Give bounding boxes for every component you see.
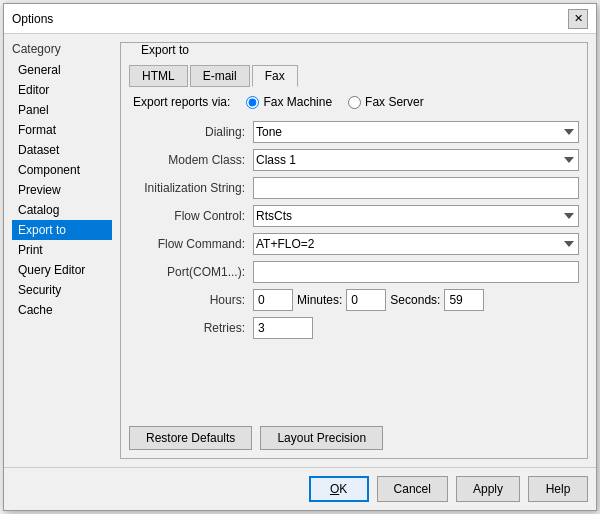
cancel-button[interactable]: Cancel (377, 476, 448, 502)
modem-class-label: Modem Class: (129, 153, 249, 167)
group-legend: Export to (137, 43, 579, 57)
port-label: Port(COM1...): (129, 265, 249, 279)
sidebar-item-dataset[interactable]: Dataset (12, 140, 112, 160)
dialing-select[interactable]: Tone Pulse (253, 121, 579, 143)
tab-email[interactable]: E-mail (190, 65, 250, 87)
radio-machine-label: Fax Machine (263, 95, 332, 109)
dialing-label: Dialing: (129, 125, 249, 139)
flow-control-select[interactable]: RtsCts None XonXoff (253, 205, 579, 227)
sidebar-item-panel[interactable]: Panel (12, 100, 112, 120)
seconds-input[interactable] (444, 289, 484, 311)
category-label: Category (12, 42, 112, 56)
left-buttons: Restore Defaults Layout Precision (129, 426, 383, 450)
sidebar-item-preview[interactable]: Preview (12, 180, 112, 200)
minutes-label: Minutes: (297, 293, 342, 307)
dialog-body: Category General Editor Panel Format Dat… (4, 34, 596, 467)
radio-server-label: Fax Server (365, 95, 424, 109)
fax-tab-content: Export reports via: Fax Machine Fax Serv… (129, 95, 579, 450)
modem-class-select[interactable]: Class 1 Class 2 (253, 149, 579, 171)
dialog-title: Options (12, 12, 53, 26)
options-dialog: Options ✕ Category General Editor Panel … (3, 3, 597, 511)
fax-form-grid: Dialing: Tone Pulse Modem Class: Class 1… (129, 121, 579, 339)
tab-html[interactable]: HTML (129, 65, 188, 87)
tab-bottom-buttons: Restore Defaults Layout Precision (129, 426, 579, 450)
sidebar-item-general[interactable]: General (12, 60, 112, 80)
sidebar-item-cache[interactable]: Cache (12, 300, 112, 320)
retries-input[interactable] (253, 317, 313, 339)
flow-command-label: Flow Command: (129, 237, 249, 251)
sidebar-item-format[interactable]: Format (12, 120, 112, 140)
export-via-label: Export reports via: (133, 95, 230, 109)
hours-label: Hours: (129, 293, 249, 307)
seconds-label: Seconds: (390, 293, 440, 307)
tab-fax[interactable]: Fax (252, 65, 298, 87)
export-to-group: Export to HTML E-mail Fax Export reports… (120, 42, 588, 459)
layout-precision-button[interactable]: Layout Precision (260, 426, 383, 450)
radio-fax-machine[interactable]: Fax Machine (246, 95, 332, 109)
sidebar-item-print[interactable]: Print (12, 240, 112, 260)
time-row: Minutes: Seconds: (253, 289, 579, 311)
restore-defaults-button[interactable]: Restore Defaults (129, 426, 252, 450)
sidebar-item-security[interactable]: Security (12, 280, 112, 300)
title-bar: Options ✕ (4, 4, 596, 34)
init-string-label: Initialization String: (129, 181, 249, 195)
hours-input[interactable] (253, 289, 293, 311)
sidebar-item-editor[interactable]: Editor (12, 80, 112, 100)
tab-bar: HTML E-mail Fax (129, 65, 579, 87)
sidebar-item-queryeditor[interactable]: Query Editor (12, 260, 112, 280)
help-button[interactable]: Help (528, 476, 588, 502)
close-button[interactable]: ✕ (568, 9, 588, 29)
dialog-footer: OK Cancel Apply Help (4, 467, 596, 510)
flow-control-label: Flow Control: (129, 209, 249, 223)
ok-button[interactable]: OK (309, 476, 369, 502)
minutes-input[interactable] (346, 289, 386, 311)
sidebar-item-exportto[interactable]: Export to (12, 220, 112, 240)
retries-label: Retries: (129, 321, 249, 335)
export-via-row: Export reports via: Fax Machine Fax Serv… (133, 95, 579, 109)
main-area: Export to HTML E-mail Fax Export reports… (120, 42, 588, 459)
flow-command-select[interactable]: AT+FLO=2 AT+FLO=0 (253, 233, 579, 255)
sidebar-item-component[interactable]: Component (12, 160, 112, 180)
port-input[interactable] (253, 261, 579, 283)
sidebar-item-catalog[interactable]: Catalog (12, 200, 112, 220)
init-string-input[interactable] (253, 177, 579, 199)
sidebar: Category General Editor Panel Format Dat… (12, 42, 112, 459)
ok-label: OK (330, 482, 347, 496)
apply-button[interactable]: Apply (456, 476, 520, 502)
radio-fax-server[interactable]: Fax Server (348, 95, 424, 109)
